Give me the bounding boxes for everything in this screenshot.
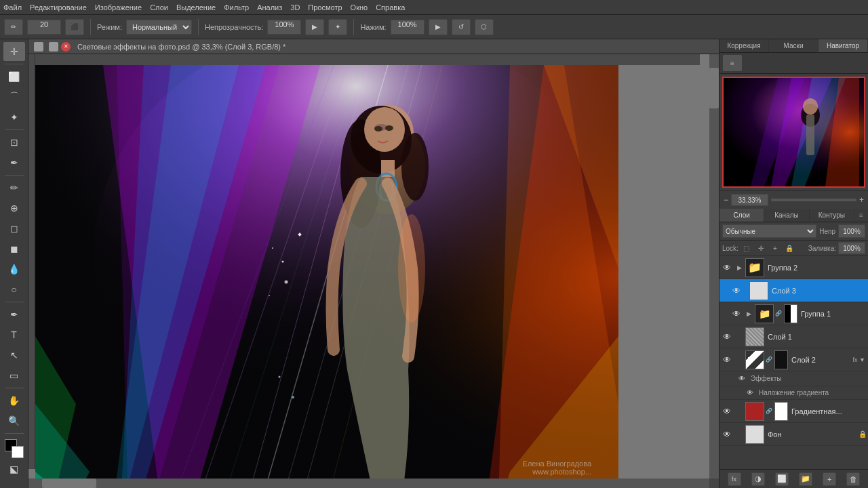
close-button[interactable]: ✕ xyxy=(61,42,71,52)
lock-pixels-icon[interactable]: ⬚ xyxy=(741,242,753,254)
refresh-icon[interactable]: ↺ xyxy=(452,19,471,35)
expand-group1[interactable]: ▶ xyxy=(744,309,753,319)
add-folder-button[interactable]: 📁 xyxy=(799,472,812,486)
text-tool[interactable]: T xyxy=(3,325,25,344)
tablet-icon[interactable]: ✦ xyxy=(328,19,347,35)
menu-help[interactable]: Справка xyxy=(376,3,405,12)
layer-thumb-gradient xyxy=(745,402,764,421)
minimize-button[interactable] xyxy=(34,42,43,52)
lock-position-icon[interactable]: ✛ xyxy=(755,242,767,254)
tab-channels[interactable]: Каналы xyxy=(764,209,809,222)
blur-tool[interactable]: 💧 xyxy=(3,260,25,279)
pressure-arrow[interactable]: ▶ xyxy=(429,19,448,35)
brush-size-input[interactable]: 20 xyxy=(27,20,61,35)
opacity-label: Непр xyxy=(819,228,835,235)
layer-row-layer2[interactable]: 👁 🔗 Слой 2 fx ▼ xyxy=(719,348,868,371)
zoom-tool[interactable]: 🔍 xyxy=(3,411,25,430)
layer-row-group2[interactable]: 👁 ▶ 📁 Группа 2 xyxy=(719,256,868,279)
menu-file[interactable]: Файл xyxy=(3,3,22,12)
svg-point-30 xyxy=(292,396,294,399)
menu-3d[interactable]: 3D xyxy=(290,3,300,12)
layer-row-layer3[interactable]: 👁 Слой 3 xyxy=(719,279,868,302)
layer-row-background[interactable]: 👁 Фон 🔒 xyxy=(719,423,868,446)
pressure-input[interactable]: 100% xyxy=(391,20,425,35)
photo-canvas[interactable]: Елена Виноградова www.photoshop... xyxy=(35,65,618,479)
menu-view[interactable]: Просмотр xyxy=(308,3,342,12)
expand-group2[interactable]: ▶ xyxy=(734,263,744,272)
tab-masks[interactable]: Маски xyxy=(769,39,818,52)
eraser-tool[interactable]: ◻ xyxy=(3,219,25,238)
gradient-tool[interactable]: ◼ xyxy=(3,239,25,258)
delete-layer-button[interactable]: 🗑 xyxy=(846,472,860,486)
menu-edit[interactable]: Редактирование xyxy=(30,3,87,12)
brush-preset-icon[interactable]: ⬛ xyxy=(65,19,84,35)
menu-layers[interactable]: Слои xyxy=(150,3,168,12)
shape-tool[interactable]: ▭ xyxy=(3,366,25,385)
magic-wand-tool[interactable]: ✦ xyxy=(3,108,25,127)
tab-paths[interactable]: Контуры xyxy=(810,209,854,222)
tab-navigator[interactable]: Навигатор xyxy=(818,39,868,52)
menu-select[interactable]: Выделение xyxy=(176,3,216,12)
color-swatches[interactable] xyxy=(3,439,25,458)
scroll-vertical[interactable] xyxy=(709,54,719,479)
path-select-tool[interactable]: ↖ xyxy=(3,346,25,365)
layer-vis-effects[interactable]: 👁 xyxy=(736,373,748,385)
layer-row-group1[interactable]: 👁 ▶ 📁 🔗 Группа 1 xyxy=(719,302,868,325)
move-tool[interactable]: ✛ xyxy=(3,42,25,61)
zoom-in-icon[interactable]: + xyxy=(859,195,864,205)
dodge-tool[interactable]: ○ xyxy=(3,280,25,299)
zoom-slider[interactable] xyxy=(771,199,856,201)
add-layer-button[interactable]: + xyxy=(823,472,836,486)
opacity-arrow[interactable]: ▶ xyxy=(305,19,324,35)
crop-tool[interactable]: ⊡ xyxy=(3,133,25,152)
lock-all-icon[interactable]: + xyxy=(769,242,781,254)
eyedropper-tool[interactable]: ✒ xyxy=(3,153,25,172)
scroll-horizontal[interactable] xyxy=(28,479,709,488)
lock-lock-icon[interactable]: 🔒 xyxy=(783,242,795,254)
quick-mask-tool[interactable]: ⬕ xyxy=(3,460,25,479)
effect-gradient-overlay[interactable]: 👁 Наложение градиента xyxy=(719,386,868,400)
brush-tool-icon[interactable]: ✏ xyxy=(4,19,23,35)
layer-vis-gradient[interactable]: 👁 xyxy=(721,405,733,418)
clone-tool[interactable]: ⊕ xyxy=(3,199,25,218)
layer-blend-mode[interactable]: Обычные xyxy=(722,224,816,238)
chain-icon-gradient: 🔗 xyxy=(766,408,772,414)
layer-row-gradient[interactable]: 👁 🔗 Градиентная... xyxy=(719,400,868,423)
maximize-button[interactable] xyxy=(49,42,58,52)
zoom-out-icon[interactable]: − xyxy=(724,195,728,205)
hand-tool[interactable]: ✋ xyxy=(3,391,25,410)
layer-row-layer1[interactable]: 👁 Слой 1 xyxy=(719,325,868,348)
layer-vis-layer2[interactable]: 👁 xyxy=(721,354,733,366)
layer-opacity-input[interactable] xyxy=(838,224,865,238)
layer-vis-layer1[interactable]: 👁 xyxy=(721,331,733,343)
lasso-tool[interactable]: ⌒ xyxy=(3,87,25,106)
zoom-input[interactable] xyxy=(731,194,768,206)
add-adjustment-button[interactable]: ◑ xyxy=(751,472,765,486)
layers-options: Обычные Непр xyxy=(719,222,868,241)
menu-analysis[interactable]: Анализ xyxy=(257,3,282,12)
add-effect-button[interactable]: fx xyxy=(728,472,741,486)
menu-image[interactable]: Изображение xyxy=(95,3,142,12)
thumbnail-preview[interactable] xyxy=(724,78,864,186)
marquee-tool[interactable]: ⬜ xyxy=(3,67,25,86)
vis-gradient-overlay[interactable]: 👁 xyxy=(744,387,756,399)
layer-vis-group2[interactable]: 👁 xyxy=(721,262,733,274)
menu-window[interactable]: Окно xyxy=(351,3,368,12)
tab-correction[interactable]: Коррекция xyxy=(719,39,769,52)
separator-1 xyxy=(90,19,91,35)
fill-input[interactable] xyxy=(838,242,865,254)
blend-mode-select[interactable]: Нормальный xyxy=(126,20,192,35)
tablet2-icon[interactable]: ⬡ xyxy=(475,19,494,35)
layers-menu-icon[interactable]: ≡ xyxy=(854,209,868,222)
add-mask-button[interactable]: ⬜ xyxy=(775,472,789,486)
pen-tool[interactable]: ✒ xyxy=(3,305,25,324)
menu-filter[interactable]: Фильтр xyxy=(224,3,249,12)
layer-vis-group1[interactable]: 👁 xyxy=(730,308,743,320)
tab-layers[interactable]: Слои xyxy=(719,209,764,222)
effects-row: 👁 Эффекты xyxy=(719,371,868,386)
layer-vis-layer3[interactable]: 👁 xyxy=(730,285,743,297)
brush-tool[interactable]: ✏ xyxy=(3,178,25,197)
opacity-input[interactable]: 100% xyxy=(267,20,301,35)
layer-vis-background[interactable]: 👁 xyxy=(721,428,733,441)
panel-icon-1[interactable]: ≡ xyxy=(723,55,742,71)
